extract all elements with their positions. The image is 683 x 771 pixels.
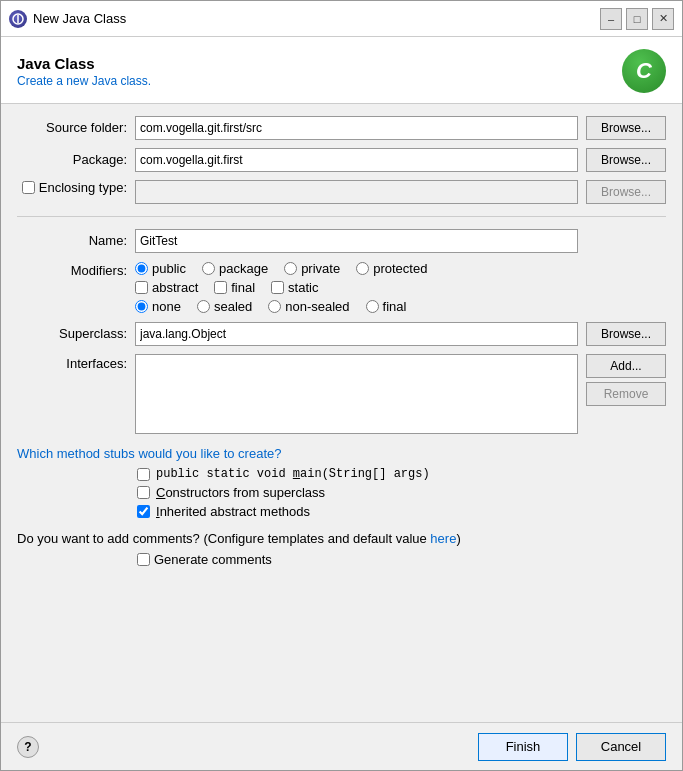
modifier-final-radio-item[interactable]: final: [366, 299, 407, 314]
source-folder-input[interactable]: [135, 116, 578, 140]
superclass-row: Superclass: Browse...: [17, 322, 666, 346]
stub-inherited-label: Inherited abstract methods: [156, 504, 310, 519]
modifiers-row-2: abstract final static: [135, 280, 666, 295]
content-area: Source folder: Browse... Package: Browse…: [1, 104, 682, 722]
modifier-package-label: package: [219, 261, 268, 276]
modifier-static-item[interactable]: static: [271, 280, 318, 295]
package-row: Package: Browse...: [17, 148, 666, 172]
separator-1: [17, 216, 666, 217]
package-browse-button[interactable]: Browse...: [586, 148, 666, 172]
modifier-private-radio[interactable]: [284, 262, 297, 275]
source-folder-browse-button[interactable]: Browse...: [586, 116, 666, 140]
window-title: New Java Class: [33, 11, 126, 26]
new-java-class-window: New Java Class – □ ✕ Java Class Create a…: [0, 0, 683, 771]
generate-comments-label: Generate comments: [154, 552, 272, 567]
modifier-non-sealed-item[interactable]: non-sealed: [268, 299, 349, 314]
enclosing-type-browse-button[interactable]: Browse...: [586, 180, 666, 204]
stub-constructors-label: Constructors from superclass: [156, 485, 325, 500]
name-input[interactable]: [135, 229, 578, 253]
stub-inherited-abstract[interactable]: Inherited abstract methods: [137, 504, 666, 519]
interfaces-add-button[interactable]: Add...: [586, 354, 666, 378]
modifier-static-label: static: [288, 280, 318, 295]
cancel-button[interactable]: Cancel: [576, 733, 666, 761]
modifier-public-label: public: [152, 261, 186, 276]
modifier-final-radio-label: final: [383, 299, 407, 314]
package-label: Package:: [17, 148, 127, 167]
modifier-final-check-label: final: [231, 280, 255, 295]
modifier-abstract-item[interactable]: abstract: [135, 280, 198, 295]
finish-button[interactable]: Finish: [478, 733, 568, 761]
comments-here-link[interactable]: here: [430, 531, 456, 546]
modifier-none-label: none: [152, 299, 181, 314]
comments-section: Do you want to add comments? (Configure …: [17, 531, 666, 567]
close-button[interactable]: ✕: [652, 8, 674, 30]
name-row: Name:: [17, 229, 666, 253]
footer-left: ?: [17, 736, 39, 758]
modifiers-section: Modifiers: public package private: [17, 261, 666, 314]
generate-comments-checkbox[interactable]: [137, 553, 150, 566]
help-button[interactable]: ?: [17, 736, 39, 758]
modifier-package-radio[interactable]: [202, 262, 215, 275]
generate-comments-item[interactable]: Generate comments: [137, 552, 666, 567]
footer-right: Finish Cancel: [478, 733, 666, 761]
modifier-sealed-label: sealed: [214, 299, 252, 314]
modifier-sealed-radio[interactable]: [197, 300, 210, 313]
modifier-public-item[interactable]: public: [135, 261, 186, 276]
modifier-static-checkbox[interactable]: [271, 281, 284, 294]
stub-main-method[interactable]: public static void main(String[] args): [137, 467, 666, 481]
modifier-final-checkbox[interactable]: [214, 281, 227, 294]
enclosing-type-checkbox-label: Enclosing type:: [17, 180, 127, 195]
modifier-abstract-checkbox[interactable]: [135, 281, 148, 294]
modifier-final-radio[interactable]: [366, 300, 379, 313]
modifier-abstract-label: abstract: [152, 280, 198, 295]
interfaces-remove-button[interactable]: Remove: [586, 382, 666, 406]
title-controls: – □ ✕: [600, 8, 674, 30]
comments-items: Generate comments: [17, 552, 666, 567]
modifier-non-sealed-label: non-sealed: [285, 299, 349, 314]
title-bar-left: New Java Class: [9, 10, 126, 28]
stub-main-checkbox[interactable]: [137, 468, 150, 481]
stub-constructors[interactable]: Constructors from superclass: [137, 485, 666, 500]
title-bar: New Java Class – □ ✕: [1, 1, 682, 37]
footer: ? Finish Cancel: [1, 722, 682, 770]
dialog-title: Java Class: [17, 55, 151, 72]
stub-inherited-checkbox[interactable]: [137, 505, 150, 518]
header-text: Java Class Create a new Java class.: [17, 55, 151, 88]
interfaces-label: Interfaces:: [17, 354, 127, 371]
window-icon: [9, 10, 27, 28]
modifier-none-item[interactable]: none: [135, 299, 181, 314]
modifier-public-radio[interactable]: [135, 262, 148, 275]
stub-main-label: public static void main(String[] args): [156, 467, 430, 481]
modifier-private-item[interactable]: private: [284, 261, 340, 276]
stub-constructors-checkbox[interactable]: [137, 486, 150, 499]
modifier-protected-radio[interactable]: [356, 262, 369, 275]
modifier-private-label: private: [301, 261, 340, 276]
interfaces-listbox[interactable]: [135, 354, 578, 434]
modifier-sealed-item[interactable]: sealed: [197, 299, 252, 314]
package-input[interactable]: [135, 148, 578, 172]
modifier-final-check-item[interactable]: final: [214, 280, 255, 295]
superclass-browse-button[interactable]: Browse...: [586, 322, 666, 346]
interfaces-section: Interfaces: Add... Remove: [17, 354, 666, 434]
modifier-protected-label: protected: [373, 261, 427, 276]
source-folder-label: Source folder:: [17, 116, 127, 135]
dialog-subtitle: Create a new Java class.: [17, 74, 151, 88]
superclass-input[interactable]: [135, 322, 578, 346]
comments-question: Do you want to add comments? (Configure …: [17, 531, 666, 546]
stubs-items: public static void main(String[] args) C…: [17, 467, 666, 519]
enclosing-type-checkbox[interactable]: [22, 181, 35, 194]
minimize-button[interactable]: –: [600, 8, 622, 30]
modifier-package-item[interactable]: package: [202, 261, 268, 276]
enclosing-type-input[interactable]: [135, 180, 578, 204]
enclosing-type-row: Enclosing type: Browse...: [17, 180, 666, 204]
maximize-button[interactable]: □: [626, 8, 648, 30]
modifiers-row-1: public package private protected: [135, 261, 666, 276]
modifiers-label: Modifiers:: [17, 261, 127, 278]
modifier-non-sealed-radio[interactable]: [268, 300, 281, 313]
modifier-protected-item[interactable]: protected: [356, 261, 427, 276]
header-logo: C: [622, 49, 666, 93]
source-folder-row: Source folder: Browse...: [17, 116, 666, 140]
modifier-none-radio[interactable]: [135, 300, 148, 313]
modifiers-row-3: none sealed non-sealed final: [135, 299, 666, 314]
name-label: Name:: [17, 229, 127, 248]
